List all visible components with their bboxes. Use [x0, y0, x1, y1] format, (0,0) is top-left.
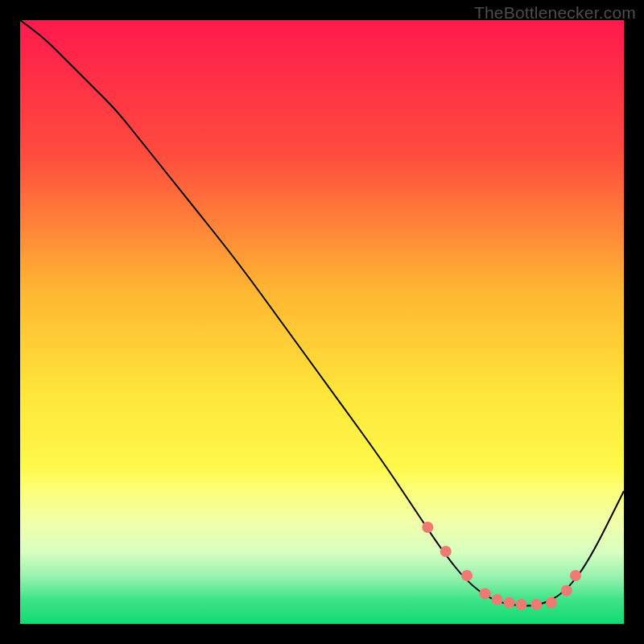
attribution-text: TheBottlenecker.com: [474, 3, 636, 23]
marker-dot: [492, 594, 503, 605]
gradient-background: [20, 20, 624, 624]
marker-dot: [461, 570, 473, 581]
marker-dot: [440, 546, 452, 557]
marker-dot: [570, 570, 581, 581]
marker-dot: [422, 522, 433, 533]
marker-dot: [530, 599, 542, 610]
marker-dot: [504, 597, 515, 609]
marker-dot: [546, 597, 557, 609]
bottleneck-chart: [20, 20, 624, 624]
marker-dot: [561, 585, 572, 597]
marker-dot: [516, 599, 527, 610]
chart-frame: [20, 20, 624, 624]
marker-dot: [480, 588, 491, 600]
